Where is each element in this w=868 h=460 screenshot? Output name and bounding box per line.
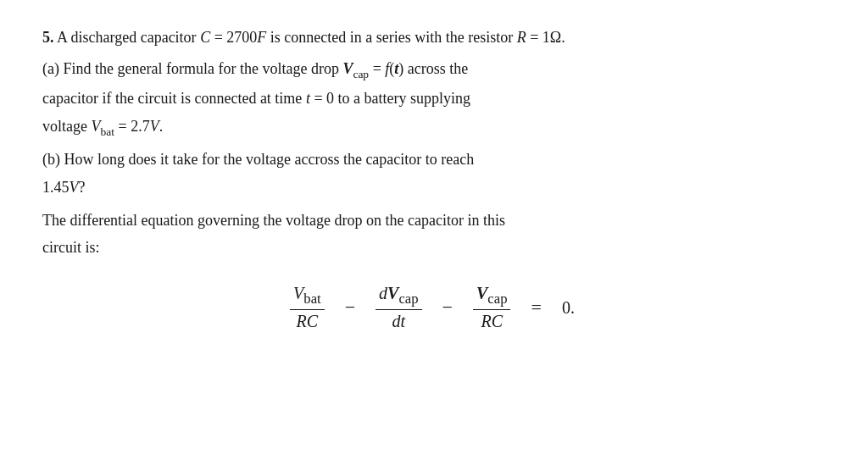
fraction-dvcap-dt: dVcap dt [376, 284, 421, 331]
period-a: . [159, 118, 164, 135]
dvcap-numerator: dVcap [376, 284, 421, 310]
Vcap-symbol: V [342, 60, 353, 77]
C-symbol: C [200, 29, 210, 46]
RC-symbol2: RC [481, 312, 503, 330]
f-symbol: f [385, 60, 389, 77]
t-symbol-bold: t [394, 60, 398, 77]
t-eq-0: = 0 to a battery supplying [310, 90, 470, 107]
cap-subscript-eq: cap [398, 291, 418, 307]
RC-denominator2: RC [477, 310, 506, 331]
zero-result: 0. [562, 298, 575, 318]
r-equals: = 1Ω. [530, 29, 565, 46]
diff-eq-circuit-text: circuit is: [42, 236, 822, 260]
minus-operator-1: − [345, 297, 355, 319]
problem-statement-line1: 5. A discharged capacitor C = 2700F is c… [42, 25, 822, 50]
V-unit-b: V [70, 179, 79, 196]
R-symbol: R [517, 29, 526, 46]
series-text: is connected in a series with the resist… [270, 29, 517, 46]
bat-subscript-eq: bat [303, 291, 320, 307]
equals-operator-eq: = [531, 297, 541, 319]
vbat-eq-value: = 2.7 [114, 118, 150, 135]
fraction-vbat-rc: Vbat RC [290, 284, 325, 331]
F-unit: F [257, 29, 266, 46]
capacitor-circuit-text: capacitor if the circuit is connected at… [42, 90, 306, 107]
d-symbol: d [379, 284, 387, 302]
part-b-text: (b) How long does it take for the voltag… [42, 147, 822, 172]
part-b-value: 1.45V? [42, 175, 822, 200]
equation-block: Vbat RC − dVcap dt − Vcap RC [42, 284, 822, 331]
fraction-vcap-rc: Vcap RC [473, 284, 510, 331]
part-b-label: (b) How long does it take for the voltag… [42, 151, 474, 168]
V-bold-eq: V [387, 284, 398, 302]
part-a-line3: voltage Vbat = 2.7V. [42, 114, 822, 141]
diff-eq-intro-text: The differential equation governing the … [42, 208, 822, 233]
voltage-label: voltage [42, 118, 91, 135]
minus-operator-2: − [442, 297, 453, 319]
part-a-text: (a) Find the general formula for the vol… [42, 57, 822, 83]
equals-f-text: = [373, 60, 386, 77]
dt-denominator: dt [389, 310, 409, 331]
across-text: across the [403, 60, 468, 77]
RC-denominator1: RC [293, 310, 322, 331]
V-unit-a: V [150, 118, 159, 135]
Vbat-eq-symbol: V [293, 284, 303, 302]
intro-text: A discharged capacitor [57, 29, 200, 46]
voltage-value-b: 1.45 [42, 179, 70, 196]
cap-subscript2-eq: cap [487, 291, 507, 307]
part-a-label: (a) Find the general formula for the vol… [42, 60, 342, 77]
Vbat-symbol: V [91, 118, 100, 135]
Vcap-subscript: cap [353, 67, 369, 80]
diff-eq-intro: The differential equation governing the … [42, 212, 505, 229]
dt-symbol: dt [392, 312, 406, 330]
Vbat-subscript: bat [100, 125, 114, 137]
vbat-numerator: Vbat [290, 284, 325, 310]
RC-symbol1: RC [297, 312, 319, 330]
problem-container: 5. A discharged capacitor C = 2700F is c… [42, 25, 822, 331]
V-cap-eq-symbol: V [476, 284, 487, 302]
problem-number: 5. [42, 29, 54, 46]
vcap-numerator-eq: Vcap [473, 284, 510, 310]
circuit-is-text: circuit is: [42, 239, 99, 256]
c-equals: = 2700 [214, 29, 258, 46]
question-mark-b: ? [79, 179, 86, 196]
part-a-line2: capacitor if the circuit is connected at… [42, 86, 822, 111]
